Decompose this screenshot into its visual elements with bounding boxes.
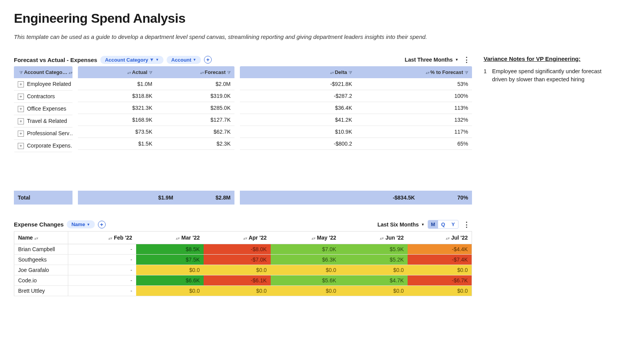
sort-icon: ▴▾ [34,236,38,240]
change-cell: - [68,286,136,296]
time-range-label: Last Three Months [405,57,453,63]
table-row-name[interactable]: Code.io [14,275,68,286]
change-cell: $0.0 [408,265,472,275]
cell-delta: -$287.2 [240,90,356,102]
chevron-down-icon: ▼ [193,58,196,62]
chevron-down-icon: ▼ [421,223,425,226]
note-index: 1 [484,67,487,84]
change-cell: $0.0 [340,286,408,296]
kebab-menu-icon[interactable]: ⋮ [462,220,472,229]
expand-icon[interactable]: + [18,94,24,100]
table-row[interactable]: +Corporate Expens… [14,140,72,152]
cell-forecast: $62.7K [156,126,234,138]
pill-label: Account [171,57,191,63]
period-y[interactable]: Y [448,220,458,228]
cell-actual: $318.8K [78,90,156,102]
kebab-menu-icon[interactable]: ⋮ [462,55,472,64]
col-apr[interactable]: ▴▾Apr '22 [204,231,271,244]
expand-icon[interactable]: + [18,118,24,124]
change-cell: -$6.7K [408,275,472,286]
cell-delta: $36.4K [240,102,356,114]
col-feb[interactable]: ▴▾Feb '22 [68,231,136,244]
col-category[interactable]: ⧩ Account Catego… ▴▾ [14,66,72,78]
table-row[interactable]: +Contractors [14,91,72,103]
add-dimension-button[interactable]: + [98,221,106,228]
period-m[interactable]: M [428,220,438,228]
change-cell: -$7.0K [204,255,271,265]
change-cell: -$7.4K [408,255,472,265]
pill-account[interactable]: Account ▼ [167,56,201,64]
change-cell: $7.0K [271,244,340,255]
chevron-down-icon: ▼ [455,58,459,62]
change-cell: $0.0 [136,286,204,296]
time-range-dropdown[interactable]: Last Six Months ▼ [378,221,425,228]
page-title: Engineering Spend Analysis [14,11,603,26]
change-cell: $6.3K [271,255,340,265]
period-q[interactable]: Q [438,220,448,228]
pill-name[interactable]: Name ▼ [67,220,94,228]
col-pct[interactable]: ▴▾% to Forecast⧩ [356,66,472,78]
change-cell: -$4.4K [408,244,472,255]
add-dimension-button[interactable]: + [204,56,212,64]
col-forecast[interactable]: ▴▾Forecast⧩ [156,66,234,78]
expand-icon[interactable]: + [18,131,24,137]
table-row-name[interactable]: Joe Garafalo [14,265,68,275]
col-name[interactable]: Name ▴▾ [14,231,68,244]
change-cell: $0.0 [271,286,340,296]
cell-actual: $1.0M [78,78,156,90]
change-cell: -$8.0K [204,244,271,255]
change-cell: $4.7K [340,275,408,286]
table-row-name[interactable]: Brett Uttley [14,286,68,296]
cell-forecast: $285.0K [156,102,234,114]
time-range-dropdown[interactable]: Last Three Months ▼ [405,57,459,63]
cell-actual: $1.5K [78,138,156,150]
col-delta[interactable]: ▴▾Delta⧩ [240,66,356,78]
expand-icon[interactable]: + [18,143,24,149]
col-may[interactable]: ▴▾May '22 [271,231,340,244]
change-cell: -$6.1K [204,275,271,286]
cell-pct: 100% [356,90,472,102]
intro-text: This template can be used as a guide to … [14,34,603,40]
table-row-name[interactable]: Brian Campbell [14,244,68,255]
expand-icon[interactable]: + [18,106,24,112]
cell-delta: -$800.2 [240,138,356,150]
col-jun[interactable]: ▴▾Jun '22 [340,231,408,244]
changes-block-header: Expense Changes Name ▼ + Last Six Months… [14,220,472,229]
forecast-block-header: Forecast vs Actual - Expenses Account Ca… [14,55,472,64]
chevron-down-icon: ▼ [87,223,90,226]
cell-pct: 132% [356,114,472,126]
col-actual[interactable]: ▴▾Actual⧩ [78,66,156,78]
change-cell: $8.5K [136,244,204,255]
changes-table: Name ▴▾ ▴▾Feb '22 ▴▾Mar '22 ▴▾Apr '22 ▴▾… [14,231,472,296]
expand-icon[interactable]: + [18,81,24,87]
table-row[interactable]: +Office Expenses [14,103,72,115]
change-cell: $0.0 [204,286,271,296]
col-jul[interactable]: ▴▾Jul '22 [408,231,472,244]
change-cell: $0.0 [136,265,204,275]
table-row[interactable]: +Travel & Related [14,115,72,127]
cell-forecast: $127.7K [156,114,234,126]
total-label: Total [14,191,72,205]
cell-forecast: $319.0K [156,90,234,102]
change-cell: $0.0 [408,286,472,296]
cell-delta: $41.2K [240,114,356,126]
cell-forecast: $2.0M [156,78,234,90]
change-cell: $5.9K [340,244,408,255]
total-delta-pct: -$834.5K70% [240,191,472,205]
filter-icon [150,58,154,62]
table-row-name[interactable]: Southgeeks [14,255,68,265]
cell-pct: 113% [356,102,472,114]
table-row[interactable]: +Professional Serv… [14,127,72,140]
forecast-table-actual-forecast: ▴▾Actual⧩ ▴▾Forecast⧩ $1.0M$2.0M$318.8K$… [78,66,234,150]
table-row[interactable]: +Employee Related [14,78,72,91]
change-cell: - [68,275,136,286]
change-cell: - [68,265,136,275]
cell-pct: 53% [356,78,472,90]
change-cell: $0.0 [271,265,340,275]
cell-pct: 65% [356,138,472,150]
col-mar[interactable]: ▴▾Mar '22 [136,231,204,244]
forecast-table-delta-pct: ▴▾Delta⧩ ▴▾% to Forecast⧩ -$921.8K53%-$2… [240,66,472,150]
pill-account-category[interactable]: Account Category ▼ [100,56,164,64]
period-toggle: M Q Y [428,220,459,229]
change-cell: $0.0 [340,265,408,275]
